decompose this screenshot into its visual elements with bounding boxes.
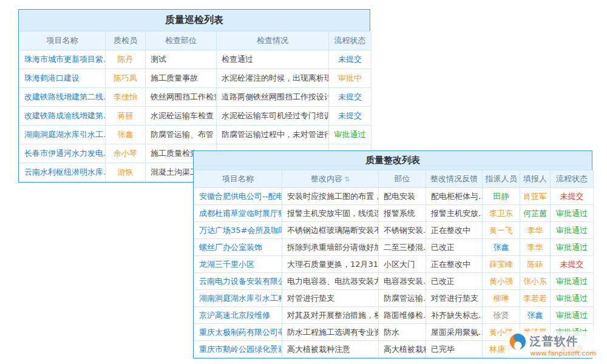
rectify-header-project: 项目名称 xyxy=(194,170,282,188)
column-label: 项目名称 xyxy=(47,36,78,45)
inspection-cell-inspector: 游恢 xyxy=(106,163,146,182)
rectify-cell-feedback: 报警主机安放... xyxy=(426,205,483,222)
rectify-cell-reporter: 李华 xyxy=(520,239,551,256)
inspection-panel-title: 质量巡检列表 xyxy=(19,10,370,31)
inspection-cell-project[interactable]: 云南水利枢纽潜明水库... xyxy=(19,163,106,182)
column-label: 检查情况 xyxy=(257,36,288,45)
inspection-cell-project[interactable]: 珠海鹤港口建设 xyxy=(19,69,106,88)
rectify-cell-project[interactable]: 螺丝厂办公室装饰 xyxy=(194,239,282,256)
rectify-cell-reporter: 张鑫 xyxy=(520,307,551,324)
inspection-cell-project[interactable]: 湖南洞庭湖水库引水工... xyxy=(19,126,106,144)
rectify-cell-part: 电容器安装... xyxy=(379,273,426,290)
rectify-cell-status: 未提交 xyxy=(551,188,594,205)
column-label: 整改情况反馈 xyxy=(430,174,478,183)
inspection-cell-status: 未提交 xyxy=(329,88,371,107)
rectify-row: 成都杜甫草堂临时展厅独立展...报警主机安放牢固，线缆连接...报警系统报警主机… xyxy=(194,205,594,222)
inspection-row: 珠海鹤港口建设陈巧凤施工质量事故水泥砼灌注的时候，出现离析现象审批中 xyxy=(19,69,371,88)
inspection-header-project: 项目名称 xyxy=(19,32,106,50)
rectify-header-status: 流程状态 xyxy=(551,170,594,188)
inspection-cell-status: 审批中 xyxy=(329,69,371,88)
rectify-header-content[interactable]: 整改内容⇅ xyxy=(282,170,379,188)
rectify-cell-assignee: 薛宝峰 xyxy=(483,256,520,273)
inspection-cell-inspector: 蒋丽 xyxy=(106,107,146,126)
rectify-cell-assignee: 柳琳 xyxy=(483,290,520,307)
rectify-cell-assignee: 张鑫 xyxy=(483,239,520,256)
rectify-cell-feedback: 已改正 xyxy=(426,273,483,290)
inspection-cell-situation: 水泥砼运输车司机经过专门培训... xyxy=(217,107,329,126)
rectify-cell-project[interactable]: 重庆太极制药有限公司亳州中... xyxy=(194,324,282,341)
rectify-cell-reporter: 陈菲 xyxy=(520,256,551,273)
inspection-cell-situation: 道路两侧铁丝网围挡工作按设计... xyxy=(217,88,329,107)
fanpu-logo-icon xyxy=(509,332,527,351)
rectify-cell-part: 防水 xyxy=(379,324,426,341)
rectify-cell-project[interactable]: 成都杜甫草堂临时展厅独立展... xyxy=(194,205,282,222)
rectify-cell-project[interactable]: 湖南洞庭湖水库引水工程施工... xyxy=(194,290,282,307)
inspection-cell-project[interactable]: 珠海市城市更新项目紫... xyxy=(19,50,106,69)
rectify-cell-assignee: 黄一飞 xyxy=(483,222,520,239)
column-label: 流程状态 xyxy=(556,174,588,183)
rectify-cell-content: 高大植被栽种注意 xyxy=(282,341,379,358)
inspection-cell-project[interactable]: 改建铁路成渝线增建第... xyxy=(19,107,106,126)
rectify-cell-assignee: 徐贤 xyxy=(483,307,520,324)
rectify-cell-status: 未提交 xyxy=(551,256,594,273)
rectify-cell-project[interactable]: 京沪高速北京段维修 xyxy=(194,307,282,324)
inspection-header-row: 项目名称质检员检查部位检查情况流程状态 xyxy=(19,32,371,50)
brand-name: 泛普软件 xyxy=(530,334,578,349)
inspection-cell-inspector: 陈巧凤 xyxy=(106,69,146,88)
rectify-cell-project[interactable]: 重庆市鹅岭公园绿化景观提升... xyxy=(194,341,282,358)
rectify-cell-content: 对其及对开展整治措施，桥头... xyxy=(282,307,379,324)
rectify-cell-part: 报警系统 xyxy=(379,205,426,222)
rectify-row: 龙湖三千里小区大理石质量更换，12月31日之...小区大门正在整改中薛宝峰陈菲未… xyxy=(194,256,594,273)
rectify-cell-feedback: 已完毕 xyxy=(426,341,483,358)
rectify-row: 京沪高速北京段维修对其及对开展整治措施，桥头...路面维修检...补齐缺失标志.… xyxy=(194,307,594,324)
inspection-cell-inspector: 余小琴 xyxy=(106,144,146,163)
column-label: 指派人员 xyxy=(486,174,517,183)
rectify-cell-content: 对管进行垫支 xyxy=(282,290,379,307)
rectify-cell-content: 拆除到承重墙部分请做好加固... xyxy=(282,239,379,256)
rectify-cell-project[interactable]: 安徽合肥供电公司--配电设备... xyxy=(194,188,282,205)
rectify-cell-status: 审批通过 xyxy=(551,222,594,239)
rectify-cell-feedback: 补齐缺失标志... xyxy=(426,307,483,324)
rectify-cell-project[interactable]: 万达广场35#会所及咖啡厅空... xyxy=(194,222,282,239)
rectify-cell-feedback: 配电柜柜体与... xyxy=(426,188,483,205)
inspection-cell-situation: 防腐管运输过程中，未对管进行... xyxy=(217,126,329,144)
inspection-cell-situation: 检查通过 xyxy=(217,50,329,69)
inspection-cell-inspector: 李佳怡 xyxy=(106,88,146,107)
rectify-cell-part: 路面维修检... xyxy=(379,307,426,324)
inspection-row: 珠海市城市更新项目紫...陈丹测试检查通过未提交 xyxy=(19,50,371,69)
inspection-cell-situation: 水泥砼灌注的时候，出现离析现象 xyxy=(217,69,329,88)
rectify-header-reporter: 填报人 xyxy=(520,170,551,188)
inspection-cell-project[interactable]: 长春市伊通河水力发电... xyxy=(19,144,106,163)
column-label: 检查部位 xyxy=(165,36,197,45)
inspection-cell-project[interactable]: 改建铁路线增建第二线... xyxy=(19,88,106,107)
inspection-cell-inspector: 张鑫 xyxy=(106,126,146,144)
column-label: 整改内容 xyxy=(311,174,342,183)
rectify-cell-status: 审批通过 xyxy=(551,290,594,307)
rectify-cell-assignee: 田静 xyxy=(483,188,520,205)
rectify-row: 螺丝厂办公室装饰拆除到承重墙部分请做好加固...二至三楼混...已改正张鑫李华审… xyxy=(194,239,594,256)
rectify-cell-content: 不锈钢边框玻璃隔断安装不牢... xyxy=(282,222,379,239)
rectify-cell-part: 配电安装 xyxy=(379,188,426,205)
rectify-row: 安徽合肥供电公司--配电设备...安装时应按施工图的布置，将...配电安装配电柜… xyxy=(194,188,594,205)
column-label: 项目名称 xyxy=(222,174,254,183)
rectify-cell-status: 审批通过 xyxy=(551,205,594,222)
sort-icon[interactable]: ⇅ xyxy=(344,175,350,183)
rectify-cell-status: 审批通过 xyxy=(551,307,594,324)
inspection-cell-status: 审批通过 xyxy=(329,126,371,144)
rectify-row: 云南电力设备安装有限公司20...电力电容器、电抗器安装方案,...电容器安装.… xyxy=(194,273,594,290)
rectify-cell-reporter: 何芷茵 xyxy=(520,205,551,222)
rectify-cell-content: 报警主机安放牢固，线缆连接... xyxy=(282,205,379,222)
rectify-cell-part: 防腐管运输... xyxy=(379,290,426,307)
inspection-cell-part: 测试 xyxy=(146,50,217,69)
column-label: 部位 xyxy=(395,174,410,183)
watermark-row: 泛普软件 xyxy=(509,332,596,351)
rectify-header-part: 部位 xyxy=(379,170,426,188)
rectify-cell-project[interactable]: 云南电力设备安装有限公司20... xyxy=(194,273,282,290)
inspection-header-part: 检查部位 xyxy=(146,32,217,50)
rectify-cell-reporter: 张小东 xyxy=(520,273,551,290)
rectify-cell-part: 不锈钢安装... xyxy=(379,222,426,239)
rectify-cell-project[interactable]: 龙湖三千里小区 xyxy=(194,256,282,273)
rectify-cell-assignee: 黄小强 xyxy=(483,273,520,290)
rectify-cell-assignee: 李卫东 xyxy=(483,205,520,222)
rectify-cell-content: 安装时应按施工图的布置，将... xyxy=(282,188,379,205)
